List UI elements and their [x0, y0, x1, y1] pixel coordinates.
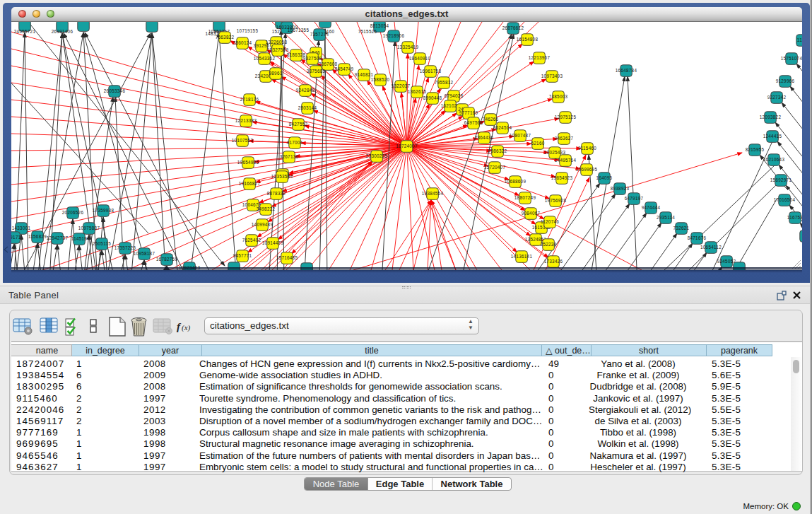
- svg-text:12213967: 12213967: [529, 55, 551, 60]
- svg-text:252234: 252234: [541, 242, 557, 247]
- svg-text:732621: 732621: [673, 226, 690, 230]
- svg-text:1244415: 1244415: [763, 134, 782, 139]
- svg-text:8454749: 8454749: [335, 66, 354, 71]
- svg-text:3875685: 3875685: [307, 69, 326, 74]
- svg-text:23300235: 23300235: [366, 153, 388, 158]
- svg-text:114519: 114519: [71, 236, 88, 241]
- svg-text:5322037: 5322037: [392, 83, 411, 88]
- svg-text:3860124: 3860124: [233, 40, 252, 45]
- svg-text:1588520: 1588520: [371, 77, 390, 82]
- svg-text:3267130: 3267130: [280, 154, 299, 159]
- svg-text:7986322: 7986322: [488, 148, 507, 153]
- svg-text:14136141: 14136141: [511, 254, 533, 259]
- svg-text:1733426: 1733426: [544, 259, 563, 264]
- svg-text:12213383: 12213383: [235, 118, 257, 123]
- svg-text:417004: 417004: [287, 140, 303, 145]
- svg-text:2364436: 2364436: [475, 135, 494, 140]
- svg-text:14495764: 14495764: [555, 158, 577, 163]
- svg-text:16782759: 16782759: [156, 257, 178, 262]
- svg-text:9457771: 9457771: [233, 253, 252, 258]
- svg-text:9242848: 9242848: [296, 88, 315, 93]
- svg-text:8471676: 8471676: [688, 235, 707, 240]
- svg-text:10719155: 10719155: [237, 28, 259, 33]
- svg-text:2935114: 2935114: [657, 215, 675, 220]
- svg-text:6794028: 6794028: [445, 93, 464, 98]
- svg-text:(x): (x): [182, 323, 191, 332]
- svg-text:13325419: 13325419: [397, 45, 419, 49]
- svg-text:10699695: 10699695: [576, 167, 598, 172]
- svg-text:19218906: 19218906: [383, 33, 405, 38]
- svg-text:9327508: 9327508: [303, 56, 322, 61]
- svg-text:9146821: 9146821: [355, 72, 374, 77]
- svg-text:746266: 746266: [483, 117, 499, 122]
- svg-text:16210643: 16210643: [763, 157, 785, 162]
- svg-text:2505115: 2505115: [93, 241, 111, 246]
- svg-text:18724007: 18724007: [396, 144, 418, 148]
- svg-text:8215955: 8215955: [746, 147, 765, 152]
- svg-text:1117: 1117: [797, 37, 802, 42]
- svg-text:2803144: 2803144: [298, 105, 317, 110]
- svg-text:10654112: 10654112: [700, 245, 722, 250]
- svg-text:17359938: 17359938: [93, 208, 114, 213]
- svg-text:14837: 14837: [205, 31, 218, 36]
- svg-text:1156829: 1156829: [28, 234, 47, 239]
- svg-text:9227342: 9227342: [767, 95, 787, 100]
- svg-text:16154808: 16154808: [517, 37, 539, 42]
- svg-text:19756928: 19756928: [545, 198, 567, 203]
- svg-text:1120746: 1120746: [541, 219, 559, 224]
- svg-text:8813054: 8813054: [370, 23, 389, 28]
- svg-text:15716485: 15716485: [276, 255, 298, 260]
- svg-text:10973493: 10973493: [541, 74, 563, 78]
- svg-text:116753: 116753: [787, 215, 802, 220]
- svg-text:17357225: 17357225: [114, 245, 136, 250]
- svg-text:26991406: 26991406: [52, 29, 73, 34]
- svg-text:19654923: 19654923: [551, 175, 573, 180]
- svg-text:9777169: 9777169: [459, 110, 478, 115]
- svg-text:12353594: 12353594: [271, 174, 293, 179]
- svg-text:164095: 164095: [596, 175, 613, 180]
- svg-text:7357274: 7357274: [310, 32, 329, 37]
- svg-text:3624514: 3624514: [493, 125, 512, 130]
- svg-text:10958187: 10958187: [134, 251, 155, 256]
- svg-text:9115460: 9115460: [578, 146, 596, 151]
- svg-text:10975887: 10975887: [78, 226, 100, 230]
- svg-text:9245052: 9245052: [717, 259, 736, 264]
- svg-text:6497568: 6497568: [464, 120, 483, 125]
- svg-text:6479197: 6479197: [625, 196, 644, 201]
- svg-text:12942737: 12942737: [47, 235, 69, 240]
- svg-text:26053346: 26053346: [104, 88, 126, 93]
- svg-text:16961758: 16961758: [420, 69, 442, 74]
- svg-text:7485003: 7485003: [549, 94, 568, 99]
- svg-text:10107553: 10107553: [232, 138, 254, 143]
- svg-text:7955812: 7955812: [435, 80, 454, 85]
- svg-text:14099489: 14099489: [252, 222, 273, 227]
- svg-text:18327509: 18327509: [267, 47, 289, 52]
- svg-text:2718176: 2718176: [240, 97, 259, 102]
- svg-text:9084067: 9084067: [522, 211, 541, 216]
- svg-text:8990448: 8990448: [423, 95, 442, 100]
- svg-text:1362615: 1362615: [408, 89, 427, 94]
- svg-text:12093822: 12093822: [760, 115, 782, 119]
- svg-text:15751074: 15751074: [781, 56, 802, 61]
- svg-text:9474444: 9474444: [642, 205, 661, 210]
- svg-text:16671355: 16671355: [288, 28, 310, 33]
- svg-text:39171: 39171: [11, 235, 21, 240]
- svg-text:8938923: 8938923: [611, 186, 630, 191]
- svg-text:19384554: 19384554: [422, 191, 444, 196]
- svg-text:18640910: 18640910: [409, 56, 431, 61]
- svg-text:8878332: 8878332: [267, 191, 286, 196]
- svg-text:10914479: 10914479: [262, 240, 284, 245]
- svg-text:3498222: 3498222: [257, 206, 276, 211]
- svg-text:15692971: 15692971: [770, 177, 792, 182]
- svg-text:7515526: 7515526: [358, 29, 377, 34]
- svg-text:f: f: [177, 321, 182, 332]
- svg-text:16648784: 16648784: [616, 68, 637, 73]
- svg-text:18807249: 18807249: [514, 195, 536, 200]
- svg-text:10807487: 10807487: [510, 133, 531, 138]
- svg-text:12975125: 12975125: [555, 115, 577, 119]
- svg-text:20206526: 20206526: [62, 210, 84, 215]
- svg-text:10688609: 10688609: [505, 179, 526, 184]
- svg-text:62160: 62160: [531, 141, 544, 146]
- svg-text:98961: 98961: [269, 71, 282, 76]
- svg-text:15720407: 15720407: [484, 165, 506, 170]
